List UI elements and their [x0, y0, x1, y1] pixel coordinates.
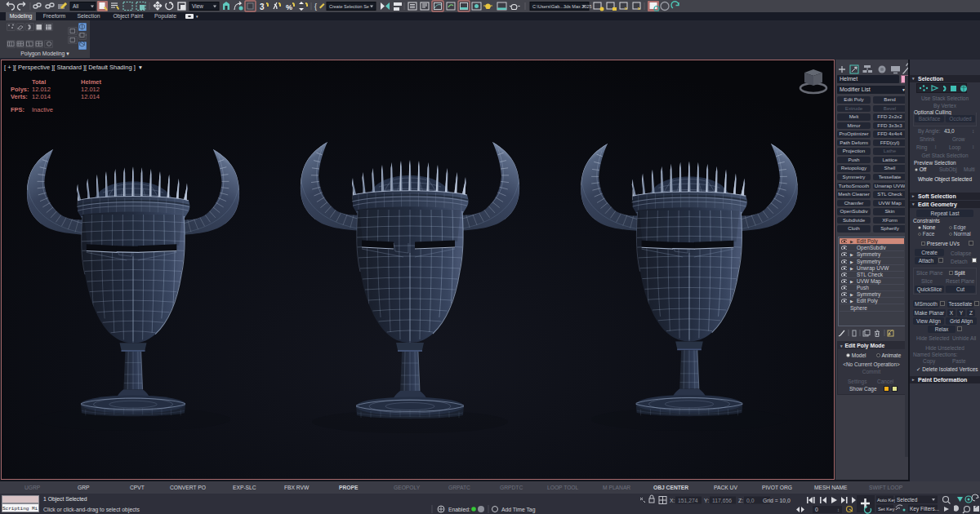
svg-text:%: %	[286, 3, 292, 11]
svg-text:Selected: Selected	[897, 497, 918, 503]
svg-text:X:: X:	[670, 498, 675, 503]
svg-text:Y:: Y:	[704, 498, 709, 503]
svg-text:↕: ↕	[837, 507, 840, 512]
svg-text:151,274: 151,274	[678, 498, 698, 503]
svg-text:Key Filters...: Key Filters...	[910, 506, 939, 512]
svg-text:117,656: 117,656	[712, 498, 732, 503]
svg-text:{: {	[314, 2, 317, 11]
svg-text:Set Key: Set Key	[878, 507, 894, 512]
svg-text:Auto Key: Auto Key	[877, 498, 897, 503]
svg-text:0,0: 0,0	[746, 498, 755, 503]
svg-text:View: View	[192, 3, 203, 9]
svg-text:Grid = 10,0: Grid = 10,0	[763, 498, 791, 503]
svg-text:0: 0	[815, 507, 818, 512]
svg-text:C:\Users\Gab...3ds Max 2025: C:\Users\Gab...3ds Max 2025	[532, 4, 591, 9]
svg-text:All: All	[73, 3, 79, 9]
svg-text:3: 3	[260, 2, 265, 11]
svg-text:Z:: Z:	[738, 498, 743, 503]
svg-text:Create Selection Se: Create Selection Se	[329, 4, 369, 9]
svg-text:Enabled:: Enabled:	[448, 507, 470, 512]
svg-text:Add Time Tag: Add Time Tag	[501, 507, 536, 513]
